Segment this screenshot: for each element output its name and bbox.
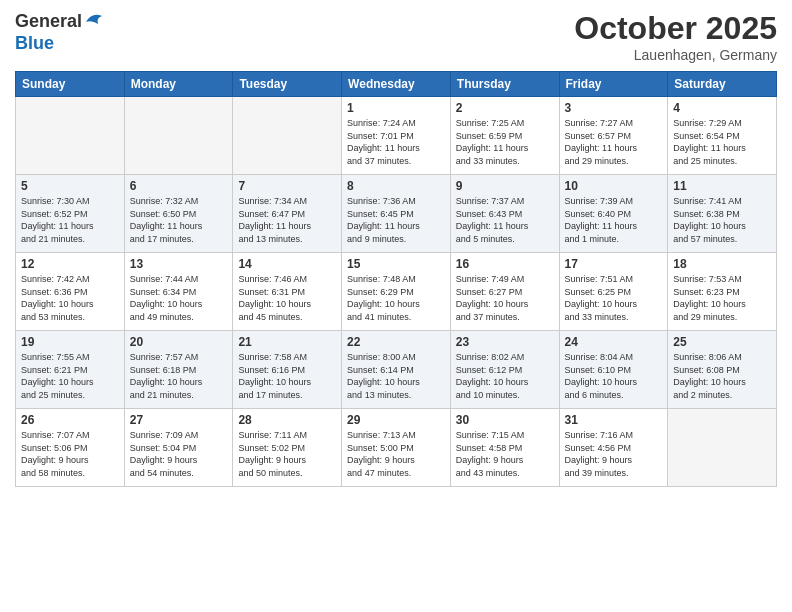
calendar-cell: 10Sunrise: 7:39 AM Sunset: 6:40 PM Dayli…: [559, 175, 668, 253]
month-title: October 2025: [574, 10, 777, 47]
weekday-tuesday: Tuesday: [233, 72, 342, 97]
logo-general: General: [15, 12, 82, 32]
day-info: Sunrise: 7:25 AM Sunset: 6:59 PM Dayligh…: [456, 117, 554, 167]
day-number: 5: [21, 179, 119, 193]
day-number: 7: [238, 179, 336, 193]
calendar-cell: 6Sunrise: 7:32 AM Sunset: 6:50 PM Daylig…: [124, 175, 233, 253]
day-info: Sunrise: 7:57 AM Sunset: 6:18 PM Dayligh…: [130, 351, 228, 401]
day-info: Sunrise: 8:02 AM Sunset: 6:12 PM Dayligh…: [456, 351, 554, 401]
logo: General Blue: [15, 10, 104, 54]
day-info: Sunrise: 7:42 AM Sunset: 6:36 PM Dayligh…: [21, 273, 119, 323]
calendar-cell: 19Sunrise: 7:55 AM Sunset: 6:21 PM Dayli…: [16, 331, 125, 409]
calendar-cell: 30Sunrise: 7:15 AM Sunset: 4:58 PM Dayli…: [450, 409, 559, 487]
calendar-week-1: 1Sunrise: 7:24 AM Sunset: 7:01 PM Daylig…: [16, 97, 777, 175]
calendar-cell: 24Sunrise: 8:04 AM Sunset: 6:10 PM Dayli…: [559, 331, 668, 409]
day-number: 11: [673, 179, 771, 193]
calendar-cell: 18Sunrise: 7:53 AM Sunset: 6:23 PM Dayli…: [668, 253, 777, 331]
calendar-cell: 3Sunrise: 7:27 AM Sunset: 6:57 PM Daylig…: [559, 97, 668, 175]
day-info: Sunrise: 8:00 AM Sunset: 6:14 PM Dayligh…: [347, 351, 445, 401]
calendar-cell: 25Sunrise: 8:06 AM Sunset: 6:08 PM Dayli…: [668, 331, 777, 409]
logo-bird-icon: [84, 10, 104, 34]
calendar-week-4: 19Sunrise: 7:55 AM Sunset: 6:21 PM Dayli…: [16, 331, 777, 409]
calendar-cell: 7Sunrise: 7:34 AM Sunset: 6:47 PM Daylig…: [233, 175, 342, 253]
calendar-cell: 4Sunrise: 7:29 AM Sunset: 6:54 PM Daylig…: [668, 97, 777, 175]
day-number: 14: [238, 257, 336, 271]
weekday-saturday: Saturday: [668, 72, 777, 97]
calendar-cell: [233, 97, 342, 175]
calendar-week-3: 12Sunrise: 7:42 AM Sunset: 6:36 PM Dayli…: [16, 253, 777, 331]
day-info: Sunrise: 7:53 AM Sunset: 6:23 PM Dayligh…: [673, 273, 771, 323]
day-number: 31: [565, 413, 663, 427]
day-number: 19: [21, 335, 119, 349]
day-number: 20: [130, 335, 228, 349]
day-info: Sunrise: 7:11 AM Sunset: 5:02 PM Dayligh…: [238, 429, 336, 479]
day-info: Sunrise: 7:46 AM Sunset: 6:31 PM Dayligh…: [238, 273, 336, 323]
day-number: 13: [130, 257, 228, 271]
calendar-cell: 2Sunrise: 7:25 AM Sunset: 6:59 PM Daylig…: [450, 97, 559, 175]
day-number: 28: [238, 413, 336, 427]
title-block: October 2025 Lauenhagen, Germany: [574, 10, 777, 63]
calendar-cell: [16, 97, 125, 175]
day-info: Sunrise: 7:32 AM Sunset: 6:50 PM Dayligh…: [130, 195, 228, 245]
calendar-cell: 26Sunrise: 7:07 AM Sunset: 5:06 PM Dayli…: [16, 409, 125, 487]
day-number: 17: [565, 257, 663, 271]
day-info: Sunrise: 7:13 AM Sunset: 5:00 PM Dayligh…: [347, 429, 445, 479]
day-info: Sunrise: 7:48 AM Sunset: 6:29 PM Dayligh…: [347, 273, 445, 323]
day-number: 2: [456, 101, 554, 115]
calendar: SundayMondayTuesdayWednesdayThursdayFrid…: [15, 71, 777, 487]
calendar-cell: [668, 409, 777, 487]
calendar-cell: 31Sunrise: 7:16 AM Sunset: 4:56 PM Dayli…: [559, 409, 668, 487]
day-info: Sunrise: 7:24 AM Sunset: 7:01 PM Dayligh…: [347, 117, 445, 167]
weekday-header-row: SundayMondayTuesdayWednesdayThursdayFrid…: [16, 72, 777, 97]
calendar-cell: 15Sunrise: 7:48 AM Sunset: 6:29 PM Dayli…: [342, 253, 451, 331]
logo-blue: Blue: [15, 34, 104, 54]
day-number: 6: [130, 179, 228, 193]
calendar-cell: 16Sunrise: 7:49 AM Sunset: 6:27 PM Dayli…: [450, 253, 559, 331]
calendar-cell: 27Sunrise: 7:09 AM Sunset: 5:04 PM Dayli…: [124, 409, 233, 487]
calendar-cell: 8Sunrise: 7:36 AM Sunset: 6:45 PM Daylig…: [342, 175, 451, 253]
day-number: 12: [21, 257, 119, 271]
calendar-cell: 1Sunrise: 7:24 AM Sunset: 7:01 PM Daylig…: [342, 97, 451, 175]
calendar-cell: 20Sunrise: 7:57 AM Sunset: 6:18 PM Dayli…: [124, 331, 233, 409]
calendar-cell: 23Sunrise: 8:02 AM Sunset: 6:12 PM Dayli…: [450, 331, 559, 409]
day-info: Sunrise: 7:09 AM Sunset: 5:04 PM Dayligh…: [130, 429, 228, 479]
day-info: Sunrise: 7:07 AM Sunset: 5:06 PM Dayligh…: [21, 429, 119, 479]
day-number: 9: [456, 179, 554, 193]
day-info: Sunrise: 7:58 AM Sunset: 6:16 PM Dayligh…: [238, 351, 336, 401]
calendar-cell: 9Sunrise: 7:37 AM Sunset: 6:43 PM Daylig…: [450, 175, 559, 253]
day-number: 27: [130, 413, 228, 427]
weekday-wednesday: Wednesday: [342, 72, 451, 97]
day-number: 15: [347, 257, 445, 271]
calendar-cell: [124, 97, 233, 175]
day-info: Sunrise: 7:15 AM Sunset: 4:58 PM Dayligh…: [456, 429, 554, 479]
day-number: 8: [347, 179, 445, 193]
header: General Blue October 2025 Lauenhagen, Ge…: [15, 10, 777, 63]
day-info: Sunrise: 7:41 AM Sunset: 6:38 PM Dayligh…: [673, 195, 771, 245]
day-number: 30: [456, 413, 554, 427]
day-number: 23: [456, 335, 554, 349]
day-info: Sunrise: 7:36 AM Sunset: 6:45 PM Dayligh…: [347, 195, 445, 245]
calendar-cell: 21Sunrise: 7:58 AM Sunset: 6:16 PM Dayli…: [233, 331, 342, 409]
day-info: Sunrise: 7:37 AM Sunset: 6:43 PM Dayligh…: [456, 195, 554, 245]
calendar-cell: 11Sunrise: 7:41 AM Sunset: 6:38 PM Dayli…: [668, 175, 777, 253]
day-info: Sunrise: 7:27 AM Sunset: 6:57 PM Dayligh…: [565, 117, 663, 167]
day-number: 24: [565, 335, 663, 349]
day-number: 25: [673, 335, 771, 349]
day-info: Sunrise: 7:44 AM Sunset: 6:34 PM Dayligh…: [130, 273, 228, 323]
calendar-cell: 17Sunrise: 7:51 AM Sunset: 6:25 PM Dayli…: [559, 253, 668, 331]
calendar-week-2: 5Sunrise: 7:30 AM Sunset: 6:52 PM Daylig…: [16, 175, 777, 253]
calendar-week-5: 26Sunrise: 7:07 AM Sunset: 5:06 PM Dayli…: [16, 409, 777, 487]
day-info: Sunrise: 7:29 AM Sunset: 6:54 PM Dayligh…: [673, 117, 771, 167]
day-info: Sunrise: 8:06 AM Sunset: 6:08 PM Dayligh…: [673, 351, 771, 401]
day-number: 4: [673, 101, 771, 115]
day-info: Sunrise: 8:04 AM Sunset: 6:10 PM Dayligh…: [565, 351, 663, 401]
calendar-cell: 13Sunrise: 7:44 AM Sunset: 6:34 PM Dayli…: [124, 253, 233, 331]
calendar-cell: 14Sunrise: 7:46 AM Sunset: 6:31 PM Dayli…: [233, 253, 342, 331]
day-number: 16: [456, 257, 554, 271]
calendar-cell: 12Sunrise: 7:42 AM Sunset: 6:36 PM Dayli…: [16, 253, 125, 331]
day-info: Sunrise: 7:30 AM Sunset: 6:52 PM Dayligh…: [21, 195, 119, 245]
calendar-cell: 22Sunrise: 8:00 AM Sunset: 6:14 PM Dayli…: [342, 331, 451, 409]
day-number: 18: [673, 257, 771, 271]
weekday-sunday: Sunday: [16, 72, 125, 97]
weekday-thursday: Thursday: [450, 72, 559, 97]
